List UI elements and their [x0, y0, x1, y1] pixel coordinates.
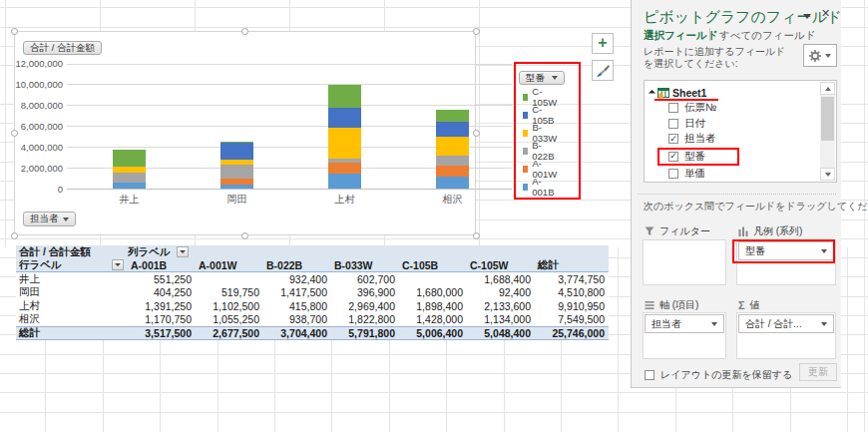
bar-segment-B-022B-上村[interactable] — [328, 159, 361, 163]
bar-segment-A-001W-相沢[interactable] — [436, 166, 469, 177]
value-cell: 25,746,000 — [535, 327, 609, 339]
bar-segment-B-033W-岡田[interactable] — [220, 160, 253, 164]
selection-handle[interactable] — [241, 232, 248, 239]
bar-segment-B-033W-井上[interactable] — [113, 167, 146, 173]
chart-styles-button[interactable] — [592, 60, 614, 81]
value-cell: 938,700 — [263, 313, 331, 327]
arrow-up-icon — [825, 87, 831, 91]
axis-area-text: 軸 (項目) — [659, 298, 698, 312]
column-header-B-033W: B-033W — [331, 259, 399, 272]
axis-field-chip[interactable]: 担当者 — [645, 314, 724, 333]
row-labels-filter-button[interactable] — [112, 259, 124, 270]
data-source-row[interactable]: Sheet1 — [645, 85, 706, 100]
field-row-5[interactable]: 単価 — [645, 167, 705, 182]
pivot-table-title-row: 合計 / 合計金額 列ラベル — [16, 245, 609, 259]
bar-segment-A-001B-岡田[interactable] — [220, 185, 253, 189]
column-header-C-105W: C-105W — [467, 259, 535, 272]
scrollbar-thumb[interactable] — [821, 97, 834, 141]
field-checkbox[interactable] — [668, 134, 678, 144]
pivot-value-title-cell: 合計 / 合計金額 — [16, 245, 128, 259]
value-cell: 932,400 — [263, 272, 331, 286]
gear-icon — [809, 50, 821, 62]
field-list-scrollbar[interactable] — [820, 82, 835, 181]
bar-segment-B-033W-上村[interactable] — [328, 128, 361, 159]
selection-handle[interactable] — [473, 28, 480, 35]
value-cell: 519,750 — [196, 286, 263, 300]
column-labels-filter-button[interactable] — [177, 246, 189, 257]
chart-axis-field-button[interactable]: 担当者 — [23, 212, 76, 226]
bar-segment-C-105B-上村[interactable] — [328, 108, 361, 128]
value-cell: 1,680,000 — [399, 286, 467, 300]
bar-segment-A-001W-上村[interactable] — [328, 163, 361, 175]
chevron-down-icon — [825, 54, 831, 58]
bar-segment-B-033W-相沢[interactable] — [436, 137, 469, 156]
bar-segment-C-105W-岡田[interactable] — [220, 142, 253, 143]
bar-segment-A-001B-相沢[interactable] — [436, 177, 469, 189]
selection-handle[interactable] — [11, 130, 18, 137]
value-cell: 404,250 — [128, 286, 196, 300]
value-cell: 92,400 — [467, 286, 535, 300]
legend-area-text: 凡例 (系列) — [753, 224, 802, 238]
update-button[interactable]: 更新 — [799, 363, 837, 381]
pivot-chart[interactable]: 合計 / 合計金額 02,000,0004,000,0006,000,0008,… — [14, 31, 476, 235]
legend-area-label: 凡例 (系列) — [738, 224, 802, 238]
field-checkbox[interactable] — [668, 119, 678, 129]
bar-segment-A-001B-井上[interactable] — [113, 183, 146, 189]
bar-segment-C-105W-井上[interactable] — [113, 150, 146, 168]
scroll-down-button[interactable] — [820, 168, 835, 181]
bar-segment-A-001W-岡田[interactable] — [220, 179, 253, 184]
tab-separator — [709, 28, 710, 41]
field-checkbox[interactable] — [668, 103, 678, 113]
bar-segment-C-105W-上村[interactable] — [328, 85, 361, 107]
selection-handle[interactable] — [11, 28, 18, 35]
values-field-chip[interactable]: 合計 / 合計... — [738, 314, 834, 333]
value-cell — [196, 272, 263, 286]
field-row-2[interactable]: 日付 — [645, 116, 705, 131]
bar-segment-C-105B-岡田[interactable] — [220, 143, 253, 161]
column-labels-text: 列ラベル — [128, 245, 171, 259]
value-cell: 1,102,500 — [196, 299, 263, 313]
bar-segment-C-105B-相沢[interactable] — [436, 122, 469, 137]
column-labels-cell: 列ラベル — [128, 245, 609, 259]
field-label: 日付 — [684, 117, 705, 131]
row-label: 井上 — [16, 272, 128, 286]
bar-segment-B-022B-相沢[interactable] — [436, 156, 469, 166]
filters-area-text: フィルター — [659, 224, 710, 238]
selection-handle[interactable] — [11, 232, 18, 239]
filters-area-label: フィルター — [645, 224, 710, 238]
pane-options-chevron-icon[interactable] — [803, 14, 811, 19]
tab-all-fields[interactable]: すべてのフィールド — [719, 29, 815, 43]
chevron-down-icon — [821, 322, 827, 326]
table-row: 岡田404,250519,7501,417,500396,9001,680,00… — [16, 286, 609, 300]
selection-handle[interactable] — [473, 232, 480, 239]
selection-handle[interactable] — [473, 130, 480, 137]
annotation-box-legend — [514, 62, 581, 200]
value-cell: 1,688,400 — [467, 272, 535, 286]
value-cell: 396,900 — [331, 286, 399, 300]
pane-close-icon[interactable]: ✕ — [821, 7, 830, 20]
expand-triangle-icon[interactable] — [649, 90, 655, 97]
columns-icon — [738, 226, 748, 236]
bar-segment-C-105W-相沢[interactable] — [436, 110, 469, 122]
chevron-down-icon — [63, 217, 69, 221]
column-header-A-001B: A-001B — [128, 259, 196, 272]
y-axis-tick-label: 12,000,000 — [15, 58, 63, 69]
bar-segment-B-022B-岡田[interactable] — [220, 165, 253, 180]
chart-elements-button[interactable]: + — [592, 33, 614, 54]
bar-segment-B-022B-井上[interactable] — [113, 173, 146, 183]
annotation-underline-sheet1 — [654, 99, 718, 101]
filters-area-box[interactable] — [643, 239, 726, 285]
field-row-3[interactable]: 担当者 — [645, 132, 716, 147]
scroll-up-button[interactable] — [820, 82, 835, 95]
chart-value-field-button[interactable]: 合計 / 合計金額 — [23, 41, 102, 55]
column-header-B-022B: B-022B — [263, 259, 331, 272]
tab-selected-fields[interactable]: 選択フィールド — [644, 29, 717, 43]
pivot-table: 合計 / 合計金額 列ラベル 行ラベル A-001BA-001WB-022BB-… — [16, 245, 609, 340]
tools-gear-button[interactable] — [803, 44, 837, 67]
field-row-1[interactable]: 伝票№ — [645, 101, 716, 116]
field-checkbox[interactable] — [668, 169, 678, 179]
rows-icon — [645, 300, 654, 310]
bar-segment-A-001B-上村[interactable] — [328, 174, 361, 189]
selection-handle[interactable] — [241, 28, 248, 35]
defer-layout-checkbox[interactable] — [645, 370, 654, 380]
